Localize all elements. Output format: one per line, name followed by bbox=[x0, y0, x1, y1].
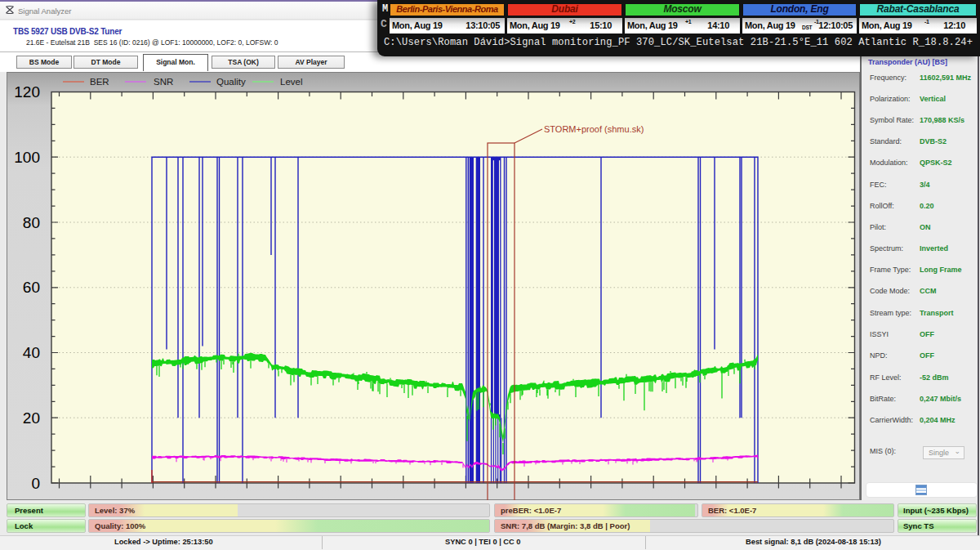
svg-text:120: 120 bbox=[14, 83, 40, 101]
svg-text:SNR: SNR bbox=[154, 77, 173, 87]
svg-text:100: 100 bbox=[14, 149, 40, 166]
svg-text:80: 80 bbox=[23, 214, 40, 231]
svg-text:0: 0 bbox=[31, 475, 40, 492]
svg-text:STORM+proof (shmu.sk): STORM+proof (shmu.sk) bbox=[544, 124, 644, 134]
svg-text:60: 60 bbox=[23, 279, 40, 296]
svg-text:Quality: Quality bbox=[216, 77, 246, 87]
svg-text:20: 20 bbox=[23, 409, 40, 427]
svg-text:40: 40 bbox=[23, 344, 40, 361]
svg-text:BER: BER bbox=[90, 77, 109, 87]
svg-text:Level: Level bbox=[280, 77, 303, 87]
